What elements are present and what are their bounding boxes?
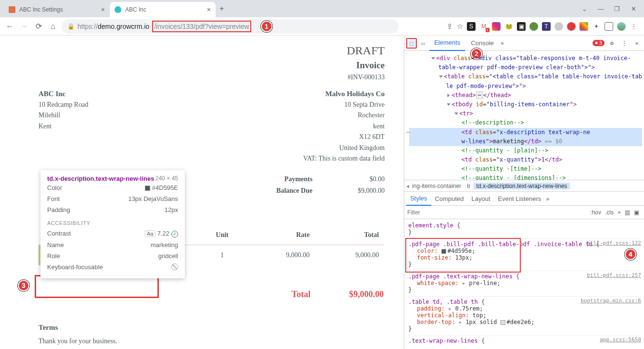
bookmark-icon[interactable]: ☆ [457,22,463,31]
computed-toggle-icon[interactable]: ▥ [623,209,632,216]
inspect-element-icon[interactable]: ⬚ [406,38,417,49]
tab-console[interactable]: Console [466,36,499,51]
close-icon[interactable]: × [207,6,211,13]
annotation-box-4 [405,238,521,273]
forward-button[interactable]: → [18,21,30,32]
style-tabs: Styles Computed Layout Event Listeners » [404,191,644,206]
invoice-label: Invoice [39,60,385,71]
recipient-address: Malvo Holidays Co 10 Septa Drive Rochest… [303,88,385,164]
annotation-badge-3: 3 [18,280,29,291]
home-button[interactable]: ⌂ [47,21,59,32]
breadcrumb[interactable]: ◂ ing-items-container tr td.x-descriptio… [404,180,644,191]
cell-unit: 1 [198,245,246,266]
tab-styles[interactable]: Styles [406,191,431,206]
invoice-number: #INV-000133 [39,74,385,81]
address-bar[interactable]: 🔒 https://demo.growcrm.io/invoices/133/p… [62,19,399,34]
menu-icon[interactable]: ⋮ [630,22,638,31]
cls-toggle[interactable]: .cls [603,209,616,216]
avatar-icon[interactable] [617,22,626,31]
close-devtools-icon[interactable]: ✕ [631,38,642,49]
hov-toggle[interactable]: :hov [588,209,603,216]
tab-inactive[interactable]: ABC Inc Settings × [4,2,110,17]
annotation-badge-4: 4 [625,249,636,260]
url-protocol: https://demo.growcrm.io [77,23,149,30]
reload-button[interactable]: ⟳ [33,21,44,32]
maximize-icon[interactable]: ❐ [610,5,624,12]
sender-address: ABC Inc 10 Redcamp Road Milehill Kent [39,88,88,164]
annotation-badge-1: 1 [261,21,272,32]
more-tabs-icon[interactable]: » [546,195,549,202]
tab-computed[interactable]: Computed [431,191,468,206]
cell-total: 9,000.00 [315,245,385,266]
inspector-tooltip: 240 × 45 td.x-description.text-wrap-new-… [40,170,185,278]
tab-title: ABC Inc Settings [19,6,97,13]
devtools-panel: ⬚ ▭ Elements Console » ✖ 3 ⚙ ⋮ ✕ 2 <div … [404,36,644,349]
close-icon[interactable]: × [101,6,105,13]
annotation-box-3 [35,275,159,298]
tab-event-listeners[interactable]: Event Listeners [494,191,545,206]
new-tab-button[interactable]: + [219,4,224,13]
invoice-status: DRAFT [39,44,385,57]
browser-toolbar: ← → ⟳ ⌂ 🔒 https://demo.growcrm.io/invoic… [0,17,644,36]
col-total: Total [315,225,385,245]
filter-input[interactable] [407,209,588,216]
tab-elements[interactable]: Elements [429,36,465,51]
add-rule-icon[interactable]: + [616,209,623,216]
url-path-highlight: /invoices/133/pdf?view=preview [152,21,251,32]
close-window-icon[interactable]: ✕ [627,5,640,12]
ext-icon[interactable] [529,22,538,31]
ext-icon[interactable]: T [542,22,551,31]
extension-area: ⇪ ☆ S M1 🐸 ▣ T ✦ ⋮ [447,22,640,31]
back-button[interactable]: ← [4,21,15,32]
minimize-icon[interactable]: — [594,5,607,12]
tab-active[interactable]: ABC Inc × [110,2,216,17]
kebab-icon[interactable]: ⋮ [619,38,630,49]
ext-icon[interactable]: S [467,22,476,31]
tab-title: ABC Inc [125,6,203,13]
favicon-icon [9,6,15,13]
share-icon[interactable]: ⇪ [447,22,453,31]
ext-icon[interactable] [605,22,613,31]
col-rate: Rate [246,225,315,245]
tab-layout[interactable]: Layout [468,191,494,206]
ext-icon[interactable] [580,22,588,31]
device-toggle-icon[interactable]: ▭ [418,38,428,49]
ext-icon[interactable] [492,22,501,31]
styles-filter-bar: :hov .cls + ▥ ▣ [404,206,644,219]
more-icon[interactable]: ▣ [632,209,641,216]
devtools-toolbar: ⬚ ▭ Elements Console » ✖ 3 ⚙ ⋮ ✕ [404,36,644,51]
extensions-icon[interactable]: ✦ [592,22,601,31]
styles-pane[interactable]: element.style {} 4 bill-pdf.scss:122 .pd… [404,219,644,349]
cell-rate: 9,000.00 [246,245,315,266]
terms-section: Terms Thank you for your business. [39,324,385,345]
error-count-badge[interactable]: ✖ 3 [592,40,605,46]
browser-titlebar: ABC Inc Settings × ABC Inc × + ⌄ — ❐ ✕ [0,0,644,17]
window-controls: ⌄ — ❐ ✕ [578,5,644,12]
chevron-down-icon[interactable]: ⌄ [578,5,591,12]
ext-icon[interactable]: 🐸 [504,22,513,31]
lock-icon: 🔒 [67,23,75,30]
ext-icon[interactable] [567,22,576,31]
gear-icon[interactable]: ⚙ [606,38,617,49]
more-tabs-icon[interactable]: » [501,40,504,47]
ext-icon[interactable]: ▣ [517,22,526,31]
col-unit: Unit [198,225,246,245]
favicon-icon [115,6,121,13]
page-content: DRAFT Invoice #INV-000133 ABC Inc 10 Red… [0,36,404,349]
dom-tree[interactable]: <div class="<div class="table-responsive… [404,51,644,180]
ext-icon[interactable]: M1 [479,22,488,31]
ext-icon[interactable] [554,22,563,31]
